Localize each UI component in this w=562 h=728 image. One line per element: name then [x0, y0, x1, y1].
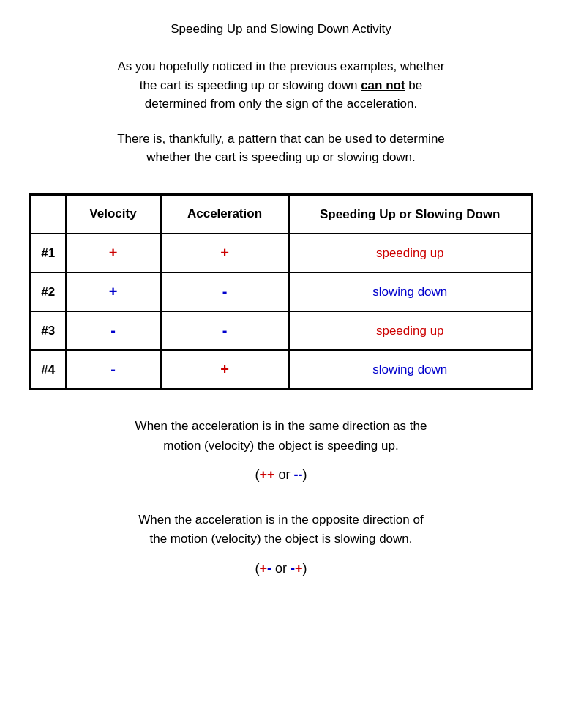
row-1-acceleration: + [161, 234, 289, 272]
formula2-line: (+- or -+) [255, 561, 307, 576]
th-velocity: Velocity [66, 194, 161, 234]
page-title: Speeding Up and Slowing Down Activity [171, 22, 391, 37]
table-row: #2 + - slowing down [31, 272, 532, 311]
pattern-paragraph: There is, thankfully, a pattern that can… [117, 130, 445, 167]
explanation1: When the acceleration is in the same dir… [135, 417, 427, 456]
explanation1-line1: When the acceleration is in the same dir… [135, 419, 427, 433]
row-num-2: #2 [31, 272, 66, 311]
formula1-close: ) [303, 467, 307, 482]
pattern-text-1: There is, thankfully, a pattern that can… [117, 132, 445, 146]
formula1-part1: ++ [259, 467, 274, 482]
intro-text-bold: can not [361, 78, 405, 92]
intro-text-3: determined from only the sign of the acc… [145, 97, 417, 111]
bottom-section: When the acceleration is in the same dir… [29, 417, 533, 589]
table-row: #1 + + speeding up [31, 234, 532, 272]
formula2-plus: + [259, 561, 267, 576]
explanation1-line2: motion (velocity) the object is speeding… [163, 439, 398, 453]
formula1-line: (++ or --) [255, 467, 307, 483]
row-1-result: speeding up [289, 234, 532, 272]
th-speeding: Speeding Up or Slowing Down [289, 194, 532, 234]
formula1-part2: -- [294, 467, 303, 482]
row-num-4: #4 [31, 350, 66, 390]
row-num-1: #1 [31, 234, 66, 272]
row-2-result: slowing down [289, 272, 532, 311]
table-row: #4 - + slowing down [31, 350, 532, 390]
row-3-acceleration: - [161, 311, 289, 350]
pattern-text-2: whether the cart is speeding up or slowi… [146, 150, 416, 164]
main-table: Velocity Acceleration Speeding Up or Slo… [29, 193, 533, 391]
row-4-velocity: - [66, 350, 161, 390]
row-4-result: slowing down [289, 350, 532, 390]
row-1-velocity: + [66, 234, 161, 272]
formula2-close: ) [303, 561, 307, 576]
row-2-velocity: + [66, 272, 161, 311]
formula2-plus2: + [295, 561, 303, 576]
intro-text-2b: be [408, 78, 422, 92]
formula1-sep: or [275, 467, 294, 482]
row-4-acceleration: + [161, 350, 289, 390]
row-num-3: #3 [31, 311, 66, 350]
explanation2-line1: When the acceleration is in the opposite… [138, 513, 423, 527]
row-3-result: speeding up [289, 311, 532, 350]
explanation2-line2: the motion (velocity) the object is slow… [149, 532, 412, 546]
formula2-sep: or [271, 561, 291, 576]
intro-paragraph: As you hopefully noticed in the previous… [118, 57, 445, 114]
explanation2: When the acceleration is in the opposite… [138, 510, 423, 549]
th-acceleration: Acceleration [161, 194, 289, 234]
intro-text-2: the cart is speeding up or slowing down [140, 78, 358, 92]
table-row: #3 - - speeding up [31, 311, 532, 350]
table-wrapper: Velocity Acceleration Speeding Up or Slo… [29, 193, 533, 391]
intro-text-1: As you hopefully noticed in the previous… [118, 59, 445, 73]
row-3-velocity: - [66, 311, 161, 350]
th-empty [31, 194, 66, 234]
row-2-acceleration: - [161, 272, 289, 311]
